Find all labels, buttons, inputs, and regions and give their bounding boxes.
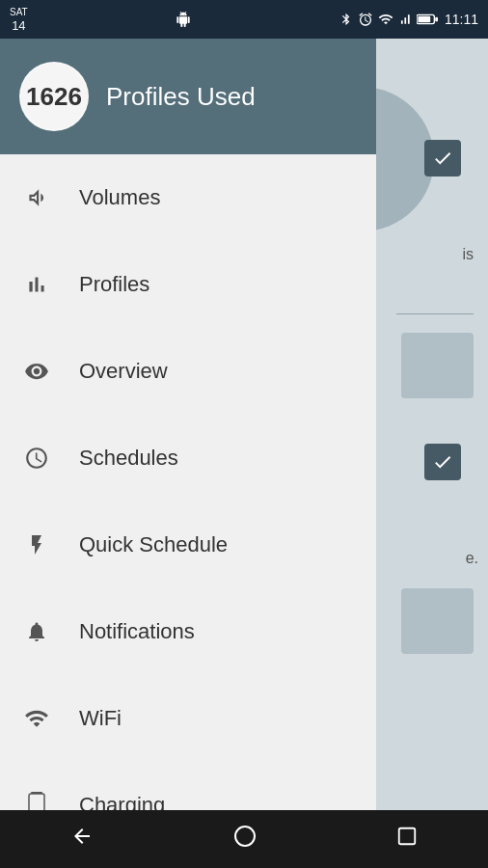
- menu-item-schedules[interactable]: Schedules: [0, 415, 376, 502]
- overview-icon: [23, 358, 50, 385]
- profile-count: 1626: [26, 82, 82, 112]
- home-button[interactable]: [214, 815, 276, 863]
- svg-rect-8: [399, 828, 416, 845]
- drawer-header: 1626 Profiles Used: [0, 39, 376, 154]
- svg-rect-1: [418, 16, 430, 22]
- alarm-icon: [358, 12, 373, 27]
- status-bar: SAT 14 11:11: [0, 0, 488, 39]
- signal-icon: [378, 12, 393, 27]
- bg-checkbox-2[interactable]: [424, 444, 461, 480]
- bg-rect-2: [401, 588, 474, 654]
- profiles-label: Profiles: [79, 272, 149, 297]
- date-display: SAT 14: [10, 7, 28, 33]
- menu-item-overview[interactable]: Overview: [0, 328, 376, 415]
- menu-item-wifi[interactable]: WiFi: [0, 675, 376, 762]
- bg-text-2: e.: [466, 550, 478, 567]
- bottom-nav: [0, 810, 488, 868]
- profile-count-circle: 1626: [19, 62, 89, 131]
- battery-icon: [417, 13, 438, 26]
- schedules-label: Schedules: [79, 446, 178, 471]
- day-label: SAT: [10, 7, 28, 18]
- menu-item-volumes[interactable]: Volumes: [0, 154, 376, 241]
- status-center-icons: [28, 12, 339, 27]
- cell-signal-icon: [398, 12, 412, 27]
- android-icon: [176, 12, 191, 27]
- recent-button[interactable]: [377, 816, 437, 862]
- bg-divider: [396, 313, 474, 314]
- quick-schedule-label: Quick Schedule: [79, 532, 228, 557]
- wifi-icon: [23, 705, 50, 732]
- time-display: 11:11: [445, 12, 478, 27]
- menu-list: Volumes Profiles Overview: [0, 154, 376, 829]
- date-label: 14: [12, 18, 25, 33]
- volume-icon: [23, 184, 50, 211]
- svg-point-7: [235, 827, 255, 846]
- notifications-label: Notifications: [79, 619, 195, 644]
- drawer-title: Profiles Used: [106, 82, 256, 112]
- overview-label: Overview: [79, 359, 168, 384]
- drawer-menu: 1626 Profiles Used Volumes Profiles: [0, 39, 376, 829]
- back-button[interactable]: [51, 815, 113, 863]
- menu-item-quick-schedule[interactable]: Quick Schedule: [0, 502, 376, 588]
- svg-rect-2: [435, 17, 438, 22]
- bg-text-1: is: [462, 246, 474, 263]
- menu-item-profiles[interactable]: Profiles: [0, 241, 376, 328]
- volumes-label: Volumes: [79, 185, 160, 210]
- wifi-label: WiFi: [79, 706, 122, 731]
- notifications-icon: [23, 618, 50, 645]
- quick-schedule-icon: [23, 531, 50, 558]
- status-right-icons: 11:11: [339, 11, 478, 28]
- bg-checkbox-1[interactable]: [424, 140, 461, 176]
- menu-item-notifications[interactable]: Notifications: [0, 588, 376, 675]
- bg-rect-1: [401, 333, 474, 398]
- profiles-icon: [23, 271, 50, 298]
- bluetooth-icon: [339, 11, 353, 28]
- schedules-icon: [23, 445, 50, 472]
